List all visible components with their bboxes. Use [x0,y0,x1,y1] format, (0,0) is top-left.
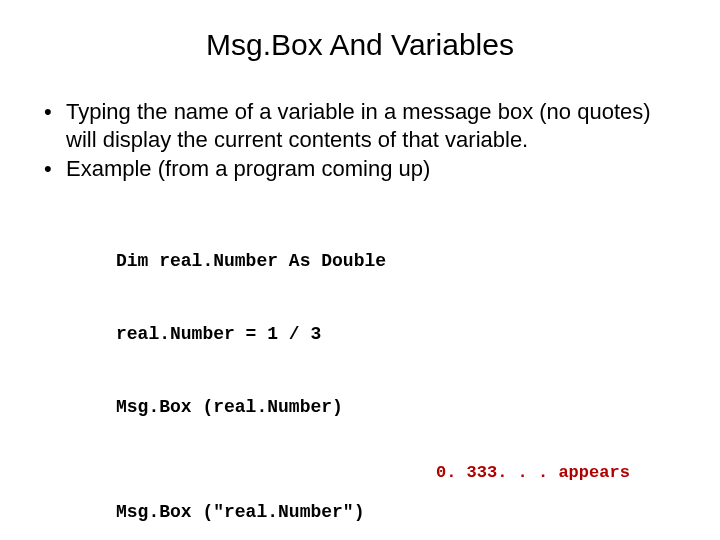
bullet-list: Typing the name of a variable in a messa… [40,98,680,183]
bullet-item: Example (from a program coming up) [40,155,680,183]
output-text: 0. 333. . . appears [436,463,680,482]
slide-title: Msg.Box And Variables [40,28,680,62]
code-line: Msg.Box ("real.Number") [116,502,680,522]
code-line: real.Number = 1 / 3 [116,322,680,346]
code-line: Msg.Box (real.Number) [116,395,680,419]
code-line: Dim real.Number As Double [116,249,680,273]
bullet-item: Typing the name of a variable in a messa… [40,98,680,153]
code-block: Dim real.Number As Double real.Number = … [116,201,680,444]
